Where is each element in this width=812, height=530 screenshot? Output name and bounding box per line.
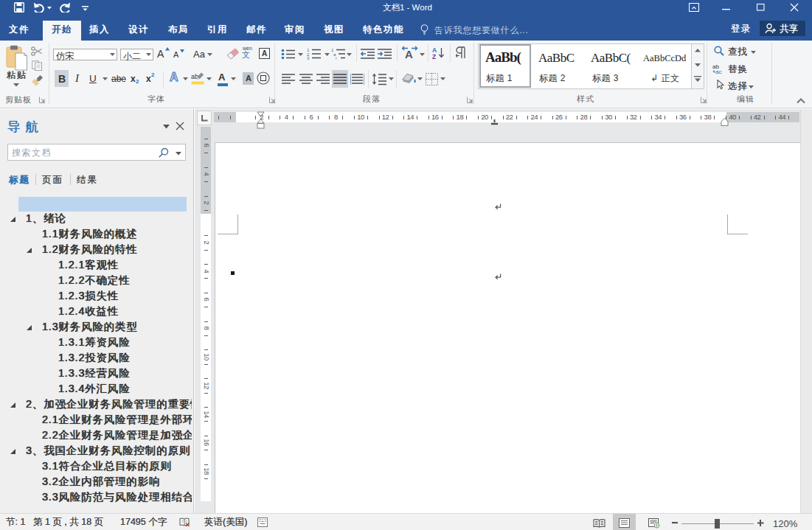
svg-text:A: A xyxy=(405,48,413,60)
svg-text:ac: ac xyxy=(715,69,721,74)
svg-text:i: i xyxy=(336,56,336,60)
svg-text:3: 3 xyxy=(307,56,310,60)
svg-text:Z: Z xyxy=(432,53,436,60)
